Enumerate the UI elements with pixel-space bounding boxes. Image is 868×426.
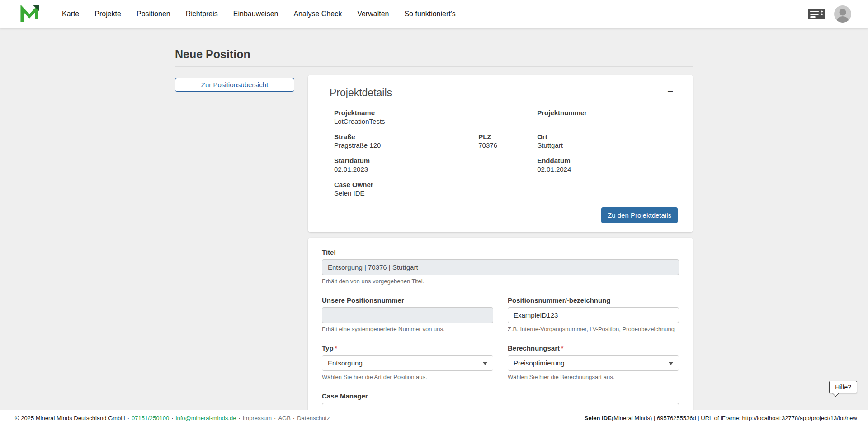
required-asterisk: * bbox=[561, 345, 563, 352]
left-column: Zur Positionsübersicht bbox=[175, 75, 294, 92]
nav-item-projekte[interactable]: Projekte bbox=[87, 0, 129, 28]
separator-dot: · bbox=[238, 415, 240, 421]
titel-help-text: Erhält den von uns vorgegebenen Titel. bbox=[322, 278, 679, 285]
typ-label: Typ* bbox=[322, 344, 493, 352]
berechnungsart-help-text: Wählen Sie hier die Berechnungsart aus. bbox=[508, 374, 679, 380]
project-details-link-button[interactable]: Zu den Projektdetails bbox=[601, 207, 678, 223]
ort-label: Ort bbox=[537, 132, 681, 141]
datenschutz-link[interactable]: Datenschutz bbox=[297, 415, 330, 421]
table-row: Projektname LotCreationTests Projektnumm… bbox=[317, 105, 684, 129]
typ-label-text: Typ bbox=[322, 344, 334, 352]
strasse-cell: Straße Pragstraße 120 bbox=[317, 129, 478, 153]
case-owner-label: Case Owner bbox=[334, 180, 681, 189]
right-column: Projektdetails − Projektname LotCreation… bbox=[308, 75, 693, 426]
user-avatar[interactable] bbox=[834, 5, 852, 23]
projektname-label: Projektname bbox=[334, 108, 534, 117]
plz-label: PLZ bbox=[478, 132, 534, 141]
main-content: Neue Position Zur Positionsübersicht Pro… bbox=[0, 28, 868, 426]
nav-item-richtpreis[interactable]: Richtpreis bbox=[178, 0, 226, 28]
ort-cell: Ort Stuttgart bbox=[537, 129, 684, 153]
top-navbar: Karte Projekte Positionen Richtpreis Ein… bbox=[0, 0, 868, 28]
berechnungsart-select[interactable]: Preisoptimierung bbox=[508, 355, 679, 371]
separator-dot: · bbox=[127, 415, 129, 421]
chevron-down-icon bbox=[669, 362, 673, 365]
copyright-text: © 2025 Mineral Minds Deutschland GmbH bbox=[15, 415, 125, 421]
session-details: (Mineral Minds) | 69576255536d | URL of … bbox=[612, 415, 857, 421]
logo-icon bbox=[20, 5, 39, 23]
case-manager-label: Case Manager bbox=[322, 392, 679, 400]
ort-value: Stuttgart bbox=[537, 141, 681, 150]
agb-link[interactable]: AGB bbox=[278, 415, 290, 421]
footer-session-info: Selen IDE (Mineral Minds) | 69576255536d… bbox=[585, 415, 857, 421]
typ-field-group: Typ* Entsorgung Wählen Sie hier die Art … bbox=[322, 344, 493, 380]
separator-dot: · bbox=[274, 415, 276, 421]
email-link[interactable]: info@mineral-minds.de bbox=[176, 415, 236, 421]
nav-item-karte[interactable]: Karte bbox=[54, 0, 87, 28]
unsere-positionsnummer-field-group: Unsere Positionsnummer Erhält eine syste… bbox=[322, 296, 493, 332]
unsere-positionsnummer-help-text: Erhält eine systemgenerierte Nummer von … bbox=[322, 326, 493, 332]
nav-item-analyse-check[interactable]: Analyse Check bbox=[286, 0, 349, 28]
main-nav: Karte Projekte Positionen Richtpreis Ein… bbox=[54, 0, 463, 28]
titel-field-group: Titel Erhält den von uns vorgegebenen Ti… bbox=[322, 248, 679, 285]
separator-dot: · bbox=[171, 415, 173, 421]
plz-value: 70376 bbox=[478, 141, 534, 150]
strasse-label: Straße bbox=[334, 132, 476, 141]
nav-item-verwalten[interactable]: Verwalten bbox=[349, 0, 396, 28]
typ-select[interactable]: Entsorgung bbox=[322, 355, 493, 371]
chevron-down-icon bbox=[483, 362, 487, 365]
startdatum-value: 02.01.2023 bbox=[334, 165, 534, 173]
projektnummer-value: - bbox=[537, 117, 681, 126]
typ-select-value: Entsorgung bbox=[328, 359, 363, 367]
table-row: Straße Pragstraße 120 PLZ 70376 Ort Stut… bbox=[317, 129, 684, 153]
project-details-card: Projektdetails − Projektname LotCreation… bbox=[308, 75, 693, 232]
title-divider bbox=[175, 66, 693, 67]
case-owner-value: Selen IDE bbox=[334, 189, 681, 197]
required-asterisk: * bbox=[335, 345, 337, 352]
footer: © 2025 Mineral Minds Deutschland GmbH · … bbox=[0, 410, 868, 426]
server-icon[interactable] bbox=[807, 8, 826, 20]
titel-label: Titel bbox=[322, 248, 679, 257]
impressum-link[interactable]: Impressum bbox=[243, 415, 272, 421]
page-title: Neue Position bbox=[175, 47, 693, 61]
positionsnummer-field-group: Positionsnummer/-bezeichnung Z.B. Intern… bbox=[508, 296, 679, 332]
footer-left: © 2025 Mineral Minds Deutschland GmbH · … bbox=[15, 415, 330, 421]
navbar-right bbox=[807, 5, 852, 23]
case-owner-cell: Case Owner Selen IDE bbox=[317, 177, 684, 201]
typ-help-text: Wählen Sie hier die Art der Position aus… bbox=[322, 374, 493, 380]
person-icon bbox=[834, 5, 852, 23]
help-button[interactable]: Hilfe? bbox=[829, 381, 857, 393]
session-user: Selen IDE bbox=[585, 415, 612, 421]
phone-link[interactable]: 07151/250100 bbox=[132, 415, 169, 421]
position-form-card: Titel Erhält den von uns vorgegebenen Ti… bbox=[308, 238, 693, 426]
startdatum-label: Startdatum bbox=[334, 156, 534, 165]
nav-item-positionen[interactable]: Positionen bbox=[129, 0, 178, 28]
positions-overview-button[interactable]: Zur Positionsübersicht bbox=[175, 78, 294, 92]
positionsnummer-help-text: Z.B. Interne-Vorgangsnummer, LV-Position… bbox=[508, 326, 679, 332]
content-container: Neue Position Zur Positionsübersicht Pro… bbox=[175, 28, 693, 426]
positionsnummer-label: Positionsnummer/-bezeichnung bbox=[508, 296, 679, 304]
projektname-cell: Projektname LotCreationTests bbox=[317, 105, 537, 129]
nav-item-so-funktionierts[interactable]: So funktioniert's bbox=[396, 0, 463, 28]
mineral-minds-logo[interactable] bbox=[20, 5, 39, 23]
startdatum-cell: Startdatum 02.01.2023 bbox=[317, 153, 537, 177]
projektname-value: LotCreationTests bbox=[334, 117, 534, 126]
berechnungsart-label: Berechnungsart* bbox=[508, 344, 679, 352]
plz-cell: PLZ 70376 bbox=[478, 129, 537, 153]
projektnummer-cell: Projektnummer - bbox=[537, 105, 684, 129]
enddatum-cell: Enddatum 02.01.2024 bbox=[537, 153, 684, 177]
enddatum-label: Enddatum bbox=[537, 156, 681, 165]
titel-input[interactable] bbox=[322, 259, 679, 275]
strasse-value: Pragstraße 120 bbox=[334, 141, 476, 150]
project-details-title: Projektdetails bbox=[330, 86, 392, 99]
table-row: Case Owner Selen IDE bbox=[317, 177, 684, 201]
collapse-minus-icon[interactable]: − bbox=[667, 86, 673, 98]
table-row: Startdatum 02.01.2023 Enddatum 02.01.202… bbox=[317, 153, 684, 177]
projektnummer-label: Projektnummer bbox=[537, 108, 681, 117]
nav-item-einbauweisen[interactable]: Einbauweisen bbox=[226, 0, 286, 28]
separator-dot: · bbox=[293, 415, 295, 421]
help-button-label: Hilfe? bbox=[835, 384, 851, 391]
positionsnummer-input[interactable] bbox=[508, 307, 679, 323]
berechnungsart-field-group: Berechnungsart* Preisoptimierung Wählen … bbox=[508, 344, 679, 380]
unsere-positionsnummer-input[interactable] bbox=[322, 307, 493, 323]
project-details-table: Projektname LotCreationTests Projektnumm… bbox=[317, 105, 684, 201]
